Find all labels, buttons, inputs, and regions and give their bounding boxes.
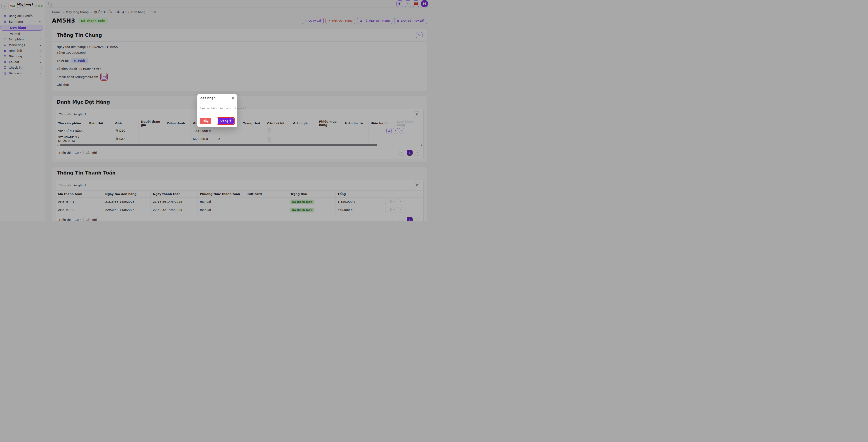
dialog-footer: Hủy Đồng Ý	[197, 115, 237, 127]
dialog-confirm-button[interactable]: Đồng Ý	[218, 118, 234, 124]
dialog-close-button[interactable]: ✕	[232, 96, 234, 100]
dialog-message: Bạn có chắc chắn muốn gửi email ?	[197, 102, 237, 115]
dialog-cancel-button[interactable]: Hủy	[199, 118, 211, 124]
confirm-highlight-ring: Đồng Ý	[217, 117, 235, 125]
dialog-header: Xác nhận ✕	[197, 94, 237, 102]
confirm-dialog: Xác nhận ✕ Bạn có chắc chắn muốn gửi ema…	[197, 94, 237, 127]
close-icon: ✕	[232, 96, 234, 100]
dialog-title: Xác nhận	[200, 96, 216, 100]
